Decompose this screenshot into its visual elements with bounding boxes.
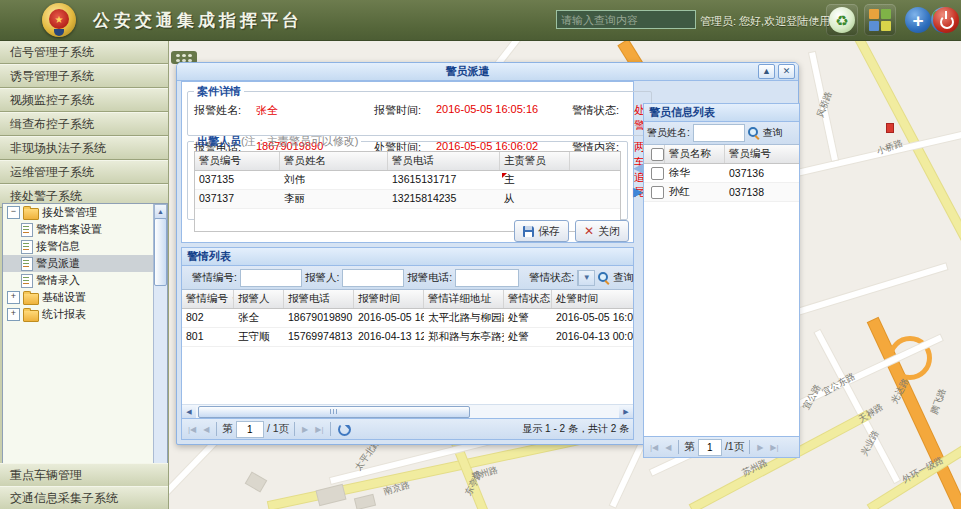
close-button[interactable]: ✕ 关闭 (575, 220, 629, 242)
table-row[interactable]: 孙红 037138 (644, 183, 799, 202)
column-header: 警员电话 (388, 152, 500, 170)
cell-officer-name: 刘伟 (280, 171, 388, 189)
expand-box-icon[interactable]: + (7, 308, 20, 321)
table-row[interactable]: 徐华 037136 (644, 164, 799, 183)
scroll-left-icon[interactable]: ◀ (182, 405, 196, 418)
cell-officer-id: 037137 (195, 190, 280, 208)
alert-grid-header[interactable]: 警情编号 ▼ 报警人 报警电话 报警时间 警情详细地址 警情状态 处警时间 (182, 290, 633, 309)
search-icon[interactable] (598, 272, 610, 284)
chevron-down-icon[interactable]: ▼ (578, 271, 594, 285)
row-checkbox[interactable] (651, 167, 664, 180)
save-button[interactable]: 保存 (514, 220, 569, 242)
filter-label: 警情状态: (529, 271, 574, 285)
row-checkbox[interactable] (651, 186, 664, 199)
tree-scrollbar[interactable]: ▲ ▼ (153, 204, 167, 501)
tree-node-alert-archive[interactable]: 警情档案设置 (3, 221, 167, 238)
tree-node-label: 警情档案设置 (36, 222, 102, 237)
expand-box-icon[interactable]: + (7, 291, 20, 304)
alert-paging-toolbar: |◀ ◀ 第 / 1页 ▶ ▶| 显示 1 - 2 条，共计 2 条 (182, 418, 633, 439)
tree-node-alert-info[interactable]: 接警信息 (3, 238, 167, 255)
window-title: 警员派遣 (177, 64, 758, 79)
tree-node-dispatch-mgmt[interactable]: − 接处警管理 (3, 204, 167, 221)
map-marker[interactable] (886, 123, 894, 133)
table-row[interactable]: 037135 刘伟 13615131717 主 (195, 171, 620, 190)
scrollbar-track[interactable] (196, 405, 619, 418)
tree-node-officer-dispatch[interactable]: 警员派遣 (3, 255, 167, 272)
caller-input[interactable] (342, 269, 404, 287)
refresh-icon[interactable] (338, 423, 351, 436)
table-row[interactable]: 037137 李丽 13215814235 从 (195, 190, 620, 209)
officer-grid-header[interactable]: 警员名称 警员编号 (644, 145, 799, 164)
tree-node-basic-settings[interactable]: + 基础设置 (3, 289, 167, 306)
close-button-label: 关闭 (598, 224, 620, 239)
sidebar-item-key-vehicles[interactable]: 重点车辆管理 (0, 463, 168, 487)
sidebar-item-traffic-info[interactable]: 交通信息采集子系统 (0, 486, 168, 509)
last-page-icon[interactable]: ▶| (313, 425, 325, 434)
move-right-icon[interactable]: ▶ (633, 185, 643, 198)
collapse-window-icon[interactable]: ▲ (758, 64, 775, 79)
paging-status: 显示 1 - 2 条，共计 2 条 (522, 422, 629, 436)
select-all-checkbox[interactable] (651, 148, 664, 161)
move-left-icon[interactable]: ◀ (633, 161, 643, 174)
next-page-icon[interactable]: ▶ (300, 425, 310, 434)
case-details-fieldset: 案件详情 报警姓名: 张全 报警时间: 2016-05-05 16:05:16 … (187, 84, 652, 136)
map-road (868, 415, 961, 509)
collapse-box-icon[interactable]: − (7, 206, 20, 219)
cell-officer-id: 037138 (725, 184, 799, 200)
prev-page-icon[interactable]: ◀ (663, 443, 673, 452)
app-grid-button[interactable] (864, 4, 896, 36)
sidebar-item-video[interactable]: 视频监控子系统 (0, 88, 168, 112)
alert-filter-toolbar: 警情编号: 报警人: 报警电话: 警情状态: ▼ 查询 (182, 266, 633, 290)
app-header: ★ 公安交通集成指挥平台 管理员: 您好,欢迎登陆使用 ♻ + (0, 0, 961, 41)
field-label: 警情状态: (572, 103, 634, 133)
prev-page-icon[interactable]: ◀ (201, 425, 211, 434)
window-titlebar[interactable]: 警员派遣 ▲ ✕ (177, 63, 798, 81)
first-page-icon[interactable]: |◀ (648, 443, 660, 452)
tree-node-alert-entry[interactable]: 警情录入 (3, 272, 167, 289)
cell-handle-time: 2016-05-05 16:06... (552, 309, 633, 327)
document-icon (21, 257, 33, 271)
search-icon[interactable] (748, 127, 760, 139)
sidebar-item-guidance[interactable]: 诱导管理子系统 (0, 64, 168, 88)
cell-report-time: 2016-04-13 12:... (354, 328, 424, 346)
scroll-up-icon[interactable]: ▲ (154, 204, 167, 219)
sidebar-item-offsite[interactable]: 非现场执法子系统 (0, 136, 168, 160)
next-page-icon[interactable]: ▶ (755, 443, 765, 452)
cell-address: 太平北路与柳园路... (424, 309, 504, 327)
scroll-right-icon[interactable]: ▶ (619, 405, 633, 418)
scrollbar-thumb[interactable] (198, 406, 470, 418)
eco-sphere-button[interactable]: ♻ (826, 4, 858, 36)
search-button[interactable]: 查询 (763, 126, 783, 140)
table-row[interactable]: 802 张全 18679019890 2016-05-05 16:... 太平北… (182, 309, 633, 328)
search-button[interactable]: 查询 (613, 271, 634, 285)
global-search-input[interactable] (556, 10, 696, 29)
last-page-icon[interactable]: ▶| (768, 443, 780, 452)
dispatch-tree-panel: − 接处警管理 警情档案设置 接警信息 警员派遣 警情录入 + 基础设置 + (2, 203, 168, 502)
tree-node-reports[interactable]: + 统计报表 (3, 306, 167, 323)
sidebar-item-ops[interactable]: 运维管理子系统 (0, 160, 168, 184)
cell-status: 处警 (504, 309, 552, 327)
sidebar-item-signal[interactable]: 信号管理子系统 (0, 40, 168, 64)
officer-name-input[interactable] (693, 124, 745, 142)
table-row[interactable]: 801 王守顺 15769974813 2016-04-13 12:... 郑和… (182, 328, 633, 347)
dispatch-note: (注：主责警员可以修改) (241, 135, 358, 147)
close-window-icon[interactable]: ✕ (778, 64, 795, 79)
alert-id-input[interactable] (240, 269, 302, 287)
filter-label: 警员姓名: (647, 126, 690, 140)
phone-input[interactable] (455, 269, 519, 287)
tree-node-label: 警情录入 (36, 273, 80, 288)
folder-icon (23, 208, 39, 220)
page-number-input[interactable] (236, 421, 264, 438)
horizontal-scrollbar[interactable]: ◀ ▶ (182, 404, 633, 418)
first-page-icon[interactable]: |◀ (186, 425, 198, 434)
column-header-spacer (570, 152, 620, 170)
power-button[interactable] (930, 4, 961, 36)
dispatch-grid-header[interactable]: 警员编号 警员姓名 警员电话 主责警员 (195, 152, 620, 171)
page-number-input[interactable] (698, 439, 722, 456)
scrollbar-thumb[interactable] (154, 218, 167, 286)
cell-alert-id: 801 (182, 328, 234, 346)
cell-spacer (570, 171, 620, 189)
cell-spacer (570, 190, 620, 208)
status-select[interactable]: ▼ (577, 270, 595, 286)
sidebar-item-patrol[interactable]: 缉查布控子系统 (0, 112, 168, 136)
